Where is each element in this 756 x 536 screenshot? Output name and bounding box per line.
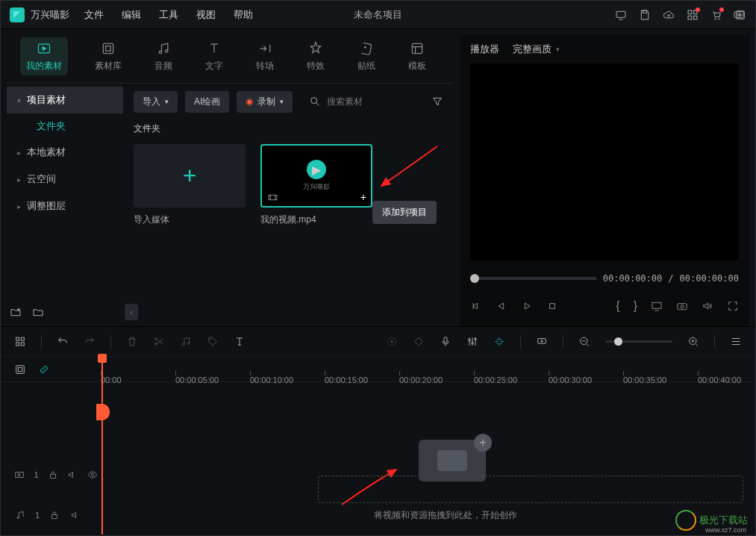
grid-icon[interactable] (14, 336, 26, 348)
keyframe-icon[interactable] (413, 336, 425, 348)
marker-icon[interactable] (536, 336, 548, 348)
mute-icon[interactable] (69, 509, 81, 521)
quality-select[interactable]: 完整画质▾ (513, 43, 560, 56)
playhead[interactable] (101, 355, 103, 535)
split-icon[interactable] (153, 336, 165, 348)
lock-icon[interactable] (48, 469, 58, 481)
visibility-icon[interactable] (87, 469, 98, 481)
watermark-url: www.xz7.com (705, 526, 746, 534)
record-button[interactable]: ◉录制▾ (237, 91, 293, 113)
svg-rect-4 (688, 16, 692, 19)
camera-icon[interactable] (676, 300, 688, 312)
playhead-handle[interactable] (96, 404, 110, 420)
link-icon[interactable] (38, 364, 50, 375)
play-icon[interactable] (521, 300, 533, 312)
lock-icon[interactable] (49, 509, 60, 521)
folder-icon[interactable] (32, 306, 44, 318)
timeline: 00:00 00:00:05:00 00:00:10:00 00:00:15:0… (1, 326, 755, 535)
audio-track-icon (14, 509, 26, 521)
mark-out-icon[interactable]: } (634, 299, 637, 313)
mixer-icon[interactable] (466, 336, 478, 348)
stop-icon[interactable] (546, 300, 558, 312)
sidebar-item-cloud[interactable]: ▸云空间 (7, 166, 123, 193)
target-icon[interactable] (386, 336, 398, 348)
thumb-import[interactable]: + 导入媒体 (134, 144, 246, 226)
add-icon[interactable]: + (360, 191, 366, 203)
svg-rect-46 (50, 474, 55, 478)
svg-point-19 (737, 13, 740, 16)
media-icon (36, 40, 52, 57)
undo-icon[interactable] (57, 336, 69, 348)
menu-help[interactable]: 帮助 (234, 8, 253, 22)
track-lock-icon[interactable] (14, 364, 26, 375)
snapshot-icon[interactable] (733, 8, 745, 20)
auto-icon[interactable] (493, 336, 505, 348)
play-reverse-icon[interactable] (496, 300, 507, 312)
mic-icon[interactable] (440, 336, 452, 348)
audio-icon (155, 40, 172, 57)
chevron-down-icon: ▾ (17, 96, 21, 105)
menu-file[interactable]: 文件 (84, 8, 104, 22)
zoom-out-icon[interactable] (578, 336, 590, 348)
video-track-header[interactable]: 1 (1, 462, 98, 487)
video-track-icon (14, 469, 25, 481)
list-view-icon[interactable] (730, 336, 742, 348)
thumb-video[interactable]: ▶ 万兴喵影 + 我的视频.mp4 (260, 144, 372, 226)
audio-track-header[interactable]: 1 (1, 502, 98, 528)
display-icon[interactable] (651, 300, 663, 312)
tab-stock[interactable]: 素材库 (89, 37, 128, 75)
sidebar-item-adjust[interactable]: ▸调整图层 (7, 193, 123, 219)
cart-icon[interactable] (710, 9, 722, 21)
search-input[interactable] (327, 96, 416, 107)
music-icon[interactable] (180, 336, 192, 348)
cloud-upload-icon[interactable] (663, 9, 675, 21)
redo-icon[interactable] (84, 336, 96, 348)
tab-my-media[interactable]: 我的素材 (20, 37, 68, 75)
tag-icon[interactable] (207, 336, 219, 348)
device-icon[interactable] (615, 9, 627, 21)
filter-icon[interactable] (431, 96, 443, 107)
tab-sticker[interactable]: 贴纸 (352, 37, 381, 75)
apps-icon[interactable] (687, 9, 699, 21)
import-button[interactable]: 导入▾ (134, 91, 178, 113)
menu-view[interactable]: 视图 (196, 8, 216, 22)
tab-transition[interactable]: 转场 (250, 37, 280, 75)
sidebar-bottom: ‹ (10, 304, 138, 320)
svg-rect-20 (550, 304, 555, 309)
text-tool-icon[interactable] (234, 336, 246, 348)
tab-effect[interactable]: 特效 (301, 37, 331, 75)
track-headers: 1 1 (1, 382, 98, 535)
zoom-slider[interactable] (605, 340, 672, 343)
menu-edit[interactable]: 编辑 (122, 8, 141, 22)
svg-point-31 (187, 343, 190, 345)
svg-rect-1 (643, 10, 646, 13)
sidebar-item-local[interactable]: ▸本地素材 (7, 139, 123, 166)
zoom-in-icon[interactable] (687, 336, 699, 348)
seek-slider[interactable] (470, 277, 597, 280)
sidebar-item-folder[interactable]: 文件夹 (7, 113, 123, 139)
tab-text[interactable]: 文字 (199, 37, 229, 75)
mark-in-icon[interactable]: { (616, 299, 619, 313)
preview-viewport[interactable] (470, 63, 739, 261)
watermark-logo (675, 510, 696, 531)
prev-frame-icon[interactable] (470, 300, 482, 312)
mute-icon[interactable] (67, 469, 78, 481)
save-icon[interactable] (639, 9, 651, 21)
plus-icon: + (474, 434, 492, 452)
volume-icon[interactable] (702, 300, 713, 312)
fullscreen-icon[interactable] (727, 300, 739, 312)
text-icon (206, 40, 222, 57)
drop-zone[interactable] (318, 476, 743, 503)
timeline-tracks[interactable]: + 将视频和资源拖拽到此处，开始创作 (98, 382, 755, 535)
svg-point-29 (155, 343, 157, 346)
app-name: 万兴喵影 (31, 8, 69, 22)
ai-paint-button[interactable]: AI绘画 (185, 91, 229, 113)
tab-template[interactable]: 模板 (402, 37, 432, 75)
collapse-button[interactable]: ‹ (125, 304, 138, 320)
tab-audio[interactable]: 音频 (149, 37, 178, 75)
menu-tool[interactable]: 工具 (159, 8, 178, 22)
sidebar-item-project[interactable]: ▾项目素材 (7, 87, 123, 113)
delete-icon[interactable] (126, 336, 138, 348)
svg-rect-44 (18, 367, 22, 371)
new-folder-icon[interactable] (10, 306, 22, 318)
